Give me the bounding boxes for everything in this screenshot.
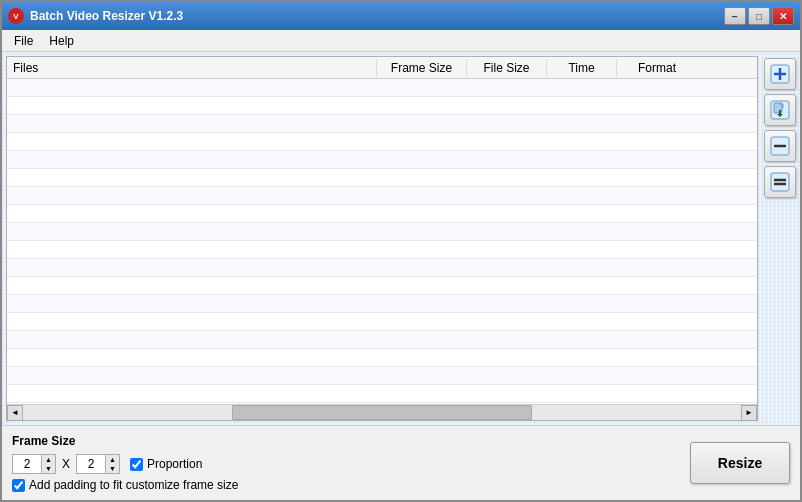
table-row[interactable]	[7, 133, 757, 151]
col-header-files: Files	[7, 59, 377, 77]
col-header-time: Time	[547, 59, 617, 77]
width-up-button[interactable]: ▲	[42, 455, 55, 464]
frame-size-section: Frame Size 2 ▲ ▼ X 2 ▲ ▼	[12, 434, 674, 492]
height-down-button[interactable]: ▼	[106, 464, 119, 473]
frame-size-row: 2 ▲ ▼ X 2 ▲ ▼ P	[12, 454, 674, 474]
frame-size-label: Frame Size	[12, 434, 674, 448]
scroll-left-button[interactable]: ◄	[7, 405, 23, 421]
height-up-button[interactable]: ▲	[106, 455, 119, 464]
close-button[interactable]: ✕	[772, 7, 794, 25]
menu-bar: File Help	[2, 30, 800, 52]
col-header-file-size: File Size	[467, 59, 547, 77]
proportion-text: Proportion	[147, 457, 202, 471]
table-row[interactable]	[7, 367, 757, 385]
svg-rect-10	[771, 173, 789, 191]
table-row[interactable]	[7, 205, 757, 223]
table-row[interactable]	[7, 79, 757, 97]
table-row[interactable]	[7, 385, 757, 403]
menu-item-help[interactable]: Help	[41, 32, 82, 50]
window-controls: − □ ✕	[724, 7, 794, 25]
minimize-button[interactable]: −	[724, 7, 746, 25]
scroll-thumb[interactable]	[232, 405, 532, 420]
scroll-track[interactable]	[23, 405, 741, 420]
table-row[interactable]	[7, 259, 757, 277]
remove-all-button[interactable]	[764, 166, 796, 198]
height-spinner[interactable]: 2 ▲ ▼	[76, 454, 120, 474]
table-row[interactable]	[7, 115, 757, 133]
proportion-label[interactable]: Proportion	[130, 457, 202, 471]
width-value[interactable]: 2	[12, 454, 42, 474]
width-spin-buttons: ▲ ▼	[42, 454, 56, 474]
table-row[interactable]	[7, 295, 757, 313]
x-separator: X	[62, 457, 70, 471]
title-text: Batch Video Resizer V1.2.3	[30, 9, 724, 23]
table-row[interactable]	[7, 313, 757, 331]
table-row[interactable]	[7, 349, 757, 367]
scroll-right-button[interactable]: ►	[741, 405, 757, 421]
table-body	[7, 79, 757, 404]
table-row[interactable]	[7, 97, 757, 115]
main-window: V Batch Video Resizer V1.2.3 − □ ✕ File …	[0, 0, 802, 502]
table-row[interactable]	[7, 277, 757, 295]
bottom-panel: Frame Size 2 ▲ ▼ X 2 ▲ ▼	[2, 425, 800, 500]
title-bar: V Batch Video Resizer V1.2.3 − □ ✕	[2, 2, 800, 30]
table-row[interactable]	[7, 151, 757, 169]
width-down-button[interactable]: ▼	[42, 464, 55, 473]
table-row[interactable]	[7, 223, 757, 241]
height-value[interactable]: 2	[76, 454, 106, 474]
side-toolbar	[760, 52, 800, 425]
table-header: Files Frame Size File Size Time Format	[7, 57, 757, 79]
add-file-button[interactable]	[764, 58, 796, 90]
proportion-checkbox[interactable]	[130, 458, 143, 471]
table-row[interactable]	[7, 331, 757, 349]
resize-button[interactable]: Resize	[690, 442, 790, 484]
table-row[interactable]	[7, 187, 757, 205]
height-spin-buttons: ▲ ▼	[106, 454, 120, 474]
padding-checkbox[interactable]	[12, 479, 25, 492]
remove-one-button[interactable]	[764, 130, 796, 162]
col-header-frame-size: Frame Size	[377, 59, 467, 77]
padding-label[interactable]: Add padding to fit customize frame size	[12, 478, 674, 492]
padding-text: Add padding to fit customize frame size	[29, 478, 238, 492]
menu-item-file[interactable]: File	[6, 32, 41, 50]
table-row[interactable]	[7, 241, 757, 259]
width-spinner[interactable]: 2 ▲ ▼	[12, 454, 56, 474]
app-icon: V	[8, 8, 24, 24]
horizontal-scrollbar[interactable]: ◄ ►	[7, 404, 757, 420]
import-button[interactable]	[764, 94, 796, 126]
content-area: Files Frame Size File Size Time Format	[2, 52, 800, 425]
col-header-format: Format	[617, 59, 697, 77]
table-row[interactable]	[7, 169, 757, 187]
svg-text:V: V	[13, 12, 19, 21]
maximize-button[interactable]: □	[748, 7, 770, 25]
